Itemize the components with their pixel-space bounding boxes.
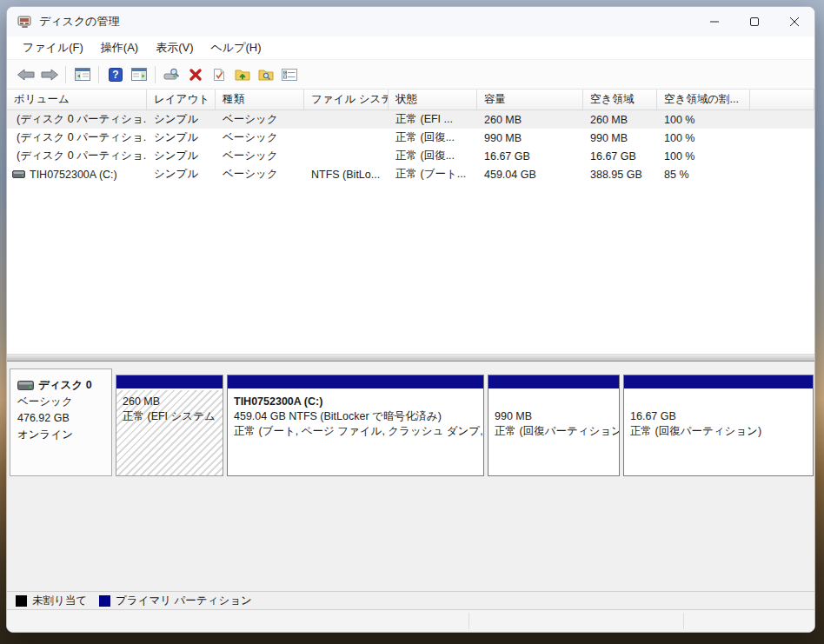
partition-c-drive[interactable]: TIH0752300A (C:) 459.04 GB NTFS (BitLock…: [227, 375, 484, 476]
partition-color-bar: [488, 375, 619, 390]
menu-help[interactable]: ヘルプ(H): [203, 37, 270, 58]
column-header-free[interactable]: 空き領域: [583, 90, 657, 110]
partition-color-bar: [624, 375, 813, 390]
free-pct-cell: 85 %: [657, 169, 750, 181]
legend-label: プライマリ パーティション: [116, 594, 252, 608]
properties-list-icon[interactable]: [277, 63, 301, 86]
layout-cell: シンプル: [147, 130, 216, 145]
column-header-type[interactable]: 種類: [216, 90, 304, 110]
delete-icon[interactable]: [183, 63, 207, 86]
type-cell: ベーシック: [216, 167, 304, 182]
column-header-capacity[interactable]: 容量: [477, 90, 583, 110]
partition-recovery-2[interactable]: 16.67 GB 正常 (回復パーティション): [623, 375, 814, 476]
column-header-status[interactable]: 状態: [389, 90, 477, 110]
volume-name-cell: TIH0752300A (C:): [7, 169, 147, 181]
free-pct-cell: 100 %: [657, 132, 750, 144]
status-cell: 正常 (回復...: [389, 130, 477, 145]
partition-recovery-1[interactable]: 990 MB 正常 (回復パーティション: [488, 375, 620, 476]
disk-properties-icon[interactable]: [160, 63, 183, 86]
partition-spacer: [495, 395, 613, 409]
disk-type: ベーシック: [17, 394, 104, 410]
show-console-tree-icon[interactable]: [70, 63, 94, 86]
table-row[interactable]: (ディスク 0 パーティショ... シンプル ベーシック 正常 (EFI ...…: [7, 110, 814, 129]
unallocated-swatch: [16, 595, 27, 607]
partition-size: 990 MB: [495, 409, 613, 424]
disk-title: ディスク 0: [17, 377, 104, 394]
volume-list: ボリューム レイアウト 種類 ファイル システム 状態 容量 空き領域 空き領域…: [7, 90, 814, 354]
column-header-free-pct[interactable]: 空き領域の割...: [657, 90, 750, 110]
forward-icon[interactable]: [37, 63, 61, 86]
back-icon[interactable]: [14, 63, 37, 86]
disk-size: 476.92 GB: [17, 410, 104, 427]
disk-0-info-panel[interactable]: ディスク 0 ベーシック 476.92 GB オンライン: [10, 368, 112, 476]
status-cell: 正常 (回復...: [389, 149, 477, 163]
status-bar-divider: [683, 613, 684, 629]
legend-label: 未割り当て: [32, 594, 87, 608]
svg-text:?: ?: [112, 69, 118, 81]
toolbar-separator: [98, 66, 99, 83]
toolbar-separator: [155, 66, 156, 83]
free-cell: 990 MB: [583, 132, 657, 144]
layout-cell: シンプル: [147, 167, 216, 182]
layout-cell: シンプル: [147, 112, 216, 127]
volume-name: (ディスク 0 パーティショ...: [17, 112, 147, 127]
partition-efi[interactable]: 260 MB 正常 (EFI システム: [116, 375, 223, 476]
show-action-pane-icon[interactable]: [127, 63, 150, 86]
disk-name: ディスク 0: [38, 377, 92, 394]
volume-name: TIH0752300A (C:): [30, 169, 117, 181]
status-bar-divider: [468, 613, 469, 629]
capacity-cell: 260 MB: [477, 114, 583, 126]
partition-status: 正常 (EFI システム: [123, 409, 216, 424]
disk-icon: [17, 381, 34, 390]
status-cell: 正常 (ブート...: [389, 167, 477, 182]
capacity-cell: 990 MB: [477, 132, 583, 144]
free-cell: 388.95 GB: [583, 169, 657, 181]
minimize-button[interactable]: [694, 7, 734, 37]
title-bar: ディスクの管理: [7, 7, 814, 37]
folder-explore-icon[interactable]: [254, 63, 277, 86]
menu-action[interactable]: 操作(A): [92, 37, 147, 58]
help-icon[interactable]: ?: [103, 63, 127, 86]
partition-info: TIH0752300A (C:) 459.04 GB NTFS (BitLock…: [228, 390, 483, 475]
volume-list-header: ボリューム レイアウト 種類 ファイル システム 状態 容量 空き領域 空き領域…: [7, 90, 814, 110]
pane-splitter[interactable]: [7, 354, 814, 362]
partition-info: 16.67 GB 正常 (回復パーティション): [624, 390, 813, 475]
volume-icon: [12, 170, 25, 178]
partition-color-bar: [116, 375, 223, 390]
layout-cell: シンプル: [147, 149, 216, 163]
partition-size: 260 MB: [123, 395, 216, 409]
status-cell: 正常 (EFI ...: [389, 112, 477, 127]
table-row[interactable]: (ディスク 0 パーティショ... シンプル ベーシック 正常 (回復... 1…: [7, 147, 814, 165]
volume-name-cell: (ディスク 0 パーティショ...: [7, 112, 147, 127]
disk-management-window: ディスクの管理 ファイル(F) 操作(A) 表示(V) ヘルプ(H): [6, 6, 815, 633]
status-bar: [7, 610, 814, 632]
legend-unallocated: 未割り当て: [16, 594, 87, 608]
table-row[interactable]: (ディスク 0 パーティショ... シンプル ベーシック 正常 (回復... 9…: [7, 129, 814, 147]
folder-up-icon[interactable]: [230, 63, 254, 86]
free-pct-cell: 100 %: [657, 150, 750, 163]
partition-size: 459.04 GB NTFS (BitLocker で暗号化済み): [234, 409, 477, 424]
primary-partition-swatch: [99, 595, 110, 607]
menu-file[interactable]: ファイル(F): [14, 37, 92, 58]
menu-view[interactable]: 表示(V): [147, 37, 202, 58]
menu-bar: ファイル(F) 操作(A) 表示(V) ヘルプ(H): [7, 37, 814, 60]
volume-name: (ディスク 0 パーティショ...: [17, 130, 147, 145]
verify-document-icon[interactable]: [207, 63, 230, 86]
close-button[interactable]: [774, 7, 814, 37]
type-cell: ベーシック: [216, 112, 304, 127]
partition-spacer: [630, 395, 807, 409]
maximize-button[interactable]: [734, 7, 774, 37]
capacity-cell: 16.67 GB: [477, 150, 583, 163]
volume-name-cell: (ディスク 0 パーティショ...: [7, 130, 147, 145]
filesystem-cell: NTFS (BitLo...: [304, 169, 389, 181]
graphical-view: ディスク 0 ベーシック 476.92 GB オンライン 260 MB 正常 (…: [7, 362, 814, 591]
column-header-layout[interactable]: レイアウト: [147, 90, 216, 110]
volume-name-cell: (ディスク 0 パーティショ...: [7, 149, 147, 163]
column-header-blank: [750, 90, 814, 110]
disk-management-app-icon: [17, 16, 32, 29]
table-row[interactable]: TIH0752300A (C:) シンプル ベーシック NTFS (BitLo.…: [7, 165, 814, 183]
column-header-filesystem[interactable]: ファイル システム: [304, 90, 389, 110]
partition-size: 16.67 GB: [630, 409, 807, 424]
legend-bar: 未割り当て プライマリ パーティション: [7, 591, 814, 610]
column-header-volume[interactable]: ボリューム: [7, 90, 147, 110]
